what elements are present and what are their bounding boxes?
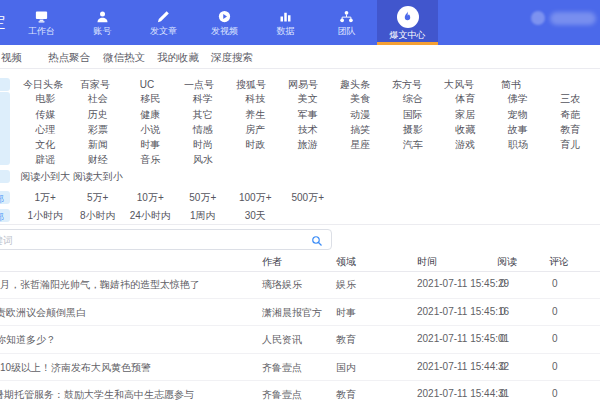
platform-filter-item[interactable]: 趣头条 bbox=[329, 78, 381, 91]
category-filter-item[interactable]: 三农 bbox=[544, 92, 597, 105]
time-range-option[interactable]: 8小时内 bbox=[72, 209, 125, 222]
tab-team[interactable]: 团队 bbox=[316, 0, 377, 45]
category-filter-item[interactable]: 家居 bbox=[439, 108, 492, 121]
category-filter-item[interactable]: 传媒 bbox=[19, 108, 72, 121]
time-range-option[interactable]: 1小时内 bbox=[19, 209, 72, 222]
platform-filter-item[interactable]: UC bbox=[121, 78, 173, 91]
read-range-option[interactable]: 10万+ bbox=[124, 191, 177, 204]
category-filter-item[interactable]: 星座 bbox=[334, 138, 387, 151]
subnav-item-hot-aggregate[interactable]: 热点聚合 bbox=[48, 51, 90, 65]
category-filter-item[interactable]: 职场 bbox=[492, 138, 545, 151]
category-filter-item[interactable]: 搞笑 bbox=[334, 123, 387, 136]
category-filter-item[interactable]: 时尚 bbox=[177, 138, 230, 151]
category-filter-item[interactable]: 社会 bbox=[72, 92, 125, 105]
article-row[interactable]: 10级以上！济南发布大风黄色预警 齐鲁壹点 国内 2021-07-11 15:4… bbox=[0, 354, 600, 382]
category-filter-item[interactable]: 房产 bbox=[229, 123, 282, 136]
platform-filter-item[interactable]: 东方号 bbox=[381, 78, 433, 91]
article-title-link[interactable]: 责欧洲议会颠倒黑白 bbox=[0, 306, 86, 320]
category-filter-item[interactable]: 小说 bbox=[124, 123, 177, 136]
category-filter-item[interactable]: 心理 bbox=[19, 123, 72, 136]
article-title-link[interactable]: 月，张哲瀚阳光帅气，鞠婧祎的造型太惊艳了 bbox=[0, 278, 200, 292]
category-filter-item[interactable]: 移民 bbox=[124, 92, 177, 105]
category-filter-item[interactable]: 风水 bbox=[177, 153, 230, 166]
subnav-item-deep-search[interactable]: 深度搜索 bbox=[211, 51, 253, 65]
article-row[interactable]: 你知道多少？ 人民资讯 教育 2021-07-11 15:45:01 0 0 bbox=[0, 326, 600, 354]
category-filter-item[interactable]: 辟谣 bbox=[19, 153, 72, 166]
category-filter-item[interactable]: 科技 bbox=[229, 92, 282, 105]
category-filter-item[interactable]: 美食 bbox=[334, 92, 387, 105]
platform-filter-item[interactable]: 今日头条 bbox=[17, 78, 69, 91]
category-filter-item[interactable]: 科学 bbox=[177, 92, 230, 105]
read-range-option[interactable]: 1万+ bbox=[19, 191, 72, 204]
category-filter-item[interactable]: 宠物 bbox=[492, 108, 545, 121]
tab-workbench[interactable]: 工作台 bbox=[11, 0, 72, 45]
search-icon[interactable] bbox=[311, 233, 323, 251]
category-filter-item[interactable]: 国际 bbox=[387, 108, 440, 121]
article-row[interactable]: 暑期托管服务：鼓励大学生和高中生志愿参与 齐鲁壹点 教育 2021-07-11 … bbox=[0, 381, 600, 400]
category-filter-item[interactable]: 奇葩 bbox=[544, 108, 597, 121]
user-name-blurred[interactable] bbox=[550, 12, 596, 25]
time-range-option[interactable]: 1周内 bbox=[177, 209, 230, 222]
platform-filter-item[interactable]: 大风号 bbox=[433, 78, 485, 91]
read-range-option[interactable]: 500万+ bbox=[282, 191, 335, 204]
category-filter-item[interactable]: 综合 bbox=[387, 92, 440, 105]
category-filter-item[interactable]: 体育 bbox=[439, 92, 492, 105]
category-filter-item[interactable]: 佛学 bbox=[492, 92, 545, 105]
platform-filter-item[interactable]: 搜狐号 bbox=[225, 78, 277, 91]
article-row[interactable]: 责欧洲议会颠倒黑白 潇湘晨报官方 时事 2021-07-11 15:45:16 … bbox=[0, 299, 600, 327]
category-filter-item[interactable]: 历史 bbox=[72, 108, 125, 121]
user-avatar[interactable] bbox=[531, 11, 545, 25]
platform-filter-item[interactable]: 网易号 bbox=[277, 78, 329, 91]
read-range-option[interactable]: 50万+ bbox=[177, 191, 230, 204]
platform-filter-item[interactable]: 简书 bbox=[485, 78, 537, 91]
category-filter-item[interactable]: 其它 bbox=[177, 108, 230, 121]
category-filter-item[interactable]: 游戏 bbox=[439, 138, 492, 151]
category-filter-item[interactable]: 摄影 bbox=[387, 123, 440, 136]
category-filter-item[interactable]: 育儿 bbox=[544, 138, 597, 151]
category-filter-item[interactable]: 电影 bbox=[19, 92, 72, 105]
keyword-search-input[interactable]: 请输入关键词 bbox=[0, 229, 332, 250]
tab-data[interactable]: 数据 bbox=[255, 0, 316, 45]
tab-viral-center-active[interactable]: 爆文中心 bbox=[377, 0, 438, 45]
category-filter-item[interactable]: 动漫 bbox=[334, 108, 387, 121]
sort-option[interactable]: 阅读大到小 bbox=[72, 170, 125, 183]
article-title-link[interactable]: 10级以上！济南发布大风黄色预警 bbox=[0, 361, 151, 375]
tab-publish-article[interactable]: 发文章 bbox=[133, 0, 194, 45]
tab-account[interactable]: 账号 bbox=[72, 0, 133, 45]
category-filter-item[interactable]: 技术 bbox=[282, 123, 335, 136]
platform-filter-item[interactable]: 百家号 bbox=[69, 78, 121, 91]
reads-selected-chip[interactable]: 部 bbox=[0, 191, 10, 204]
category-filter-item[interactable]: 收藏 bbox=[439, 123, 492, 136]
subnav-item-wechat-hot[interactable]: 微信热文 bbox=[103, 51, 145, 65]
category-filter-item[interactable]: 音乐 bbox=[124, 153, 177, 166]
category-selected-chip[interactable] bbox=[0, 92, 10, 165]
category-filter-item[interactable]: 新闻 bbox=[72, 138, 125, 151]
category-filter-item[interactable]: 旅游 bbox=[282, 138, 335, 151]
category-filter-item[interactable]: 养生 bbox=[229, 108, 282, 121]
category-filter-item[interactable]: 情感 bbox=[177, 123, 230, 136]
subnav-item-video[interactable]: 视频 bbox=[1, 51, 22, 65]
category-filter-item[interactable]: 时事 bbox=[124, 138, 177, 151]
article-row[interactable]: 月，张哲瀚阳光帅气，鞠婧祎的造型太惊艳了 璃珞娱乐 娱乐 2021-07-11 … bbox=[0, 271, 600, 299]
read-range-option[interactable]: 5万+ bbox=[72, 191, 125, 204]
category-filter-item[interactable]: 美文 bbox=[282, 92, 335, 105]
category-filter-item[interactable]: 时政 bbox=[229, 138, 282, 151]
article-title-link[interactable]: 你知道多少？ bbox=[0, 333, 56, 347]
category-filter-item[interactable]: 故事 bbox=[492, 123, 545, 136]
category-filter-item[interactable]: 教育 bbox=[544, 123, 597, 136]
time-range-option[interactable]: 30天 bbox=[229, 209, 282, 222]
category-filter-item[interactable]: 财经 bbox=[72, 153, 125, 166]
platform-selected-chip[interactable] bbox=[0, 78, 10, 91]
sort-selected-chip[interactable] bbox=[0, 170, 10, 183]
category-filter-item[interactable]: 文化 bbox=[19, 138, 72, 151]
subnav-item-favorites[interactable]: 我的收藏 bbox=[157, 51, 199, 65]
category-filter-item[interactable]: 彩票 bbox=[72, 123, 125, 136]
time-selected-chip[interactable]: 部 bbox=[0, 209, 10, 222]
read-range-option[interactable]: 100万+ bbox=[229, 191, 282, 204]
category-filter-item[interactable]: 军事 bbox=[282, 108, 335, 121]
category-filter-item[interactable]: 健康 bbox=[124, 108, 177, 121]
category-filter-item[interactable]: 汽车 bbox=[387, 138, 440, 151]
platform-filter-item[interactable]: 一点号 bbox=[173, 78, 225, 91]
time-range-option[interactable]: 24小时内 bbox=[124, 209, 177, 222]
article-title-link[interactable]: 暑期托管服务：鼓励大学生和高中生志愿参与 bbox=[0, 388, 194, 400]
